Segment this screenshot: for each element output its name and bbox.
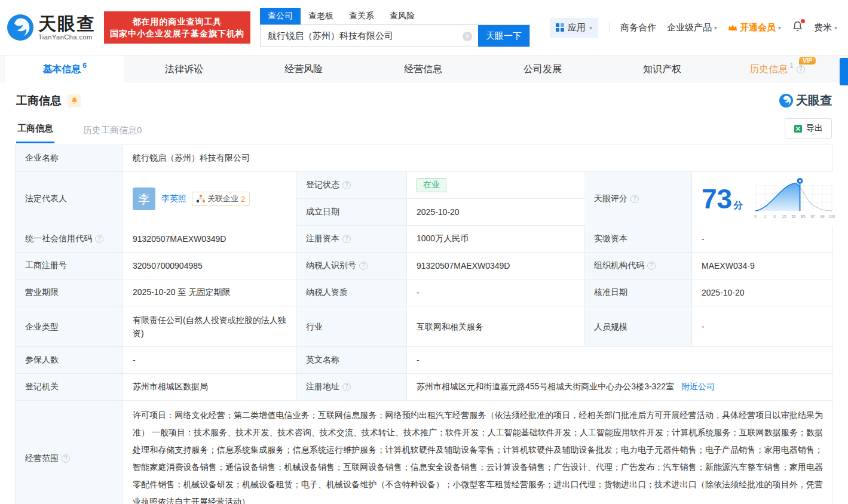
- section-title: 工商信息: [16, 93, 62, 109]
- slogan-line1: 都在用的商业查询工具: [110, 16, 244, 27]
- reg-address-label: 注册地址: [306, 382, 339, 392]
- tab-operating-info[interactable]: 经营信息: [363, 56, 483, 83]
- svg-text:50: 50: [792, 214, 797, 219]
- score-label-cell: 天眼评分 ?: [584, 172, 692, 226]
- export-button[interactable]: 导出: [785, 118, 832, 139]
- reg-address-value: 苏州市相城区元和街道嘉元路455号相城天街商业中心办公3楼3-322室: [417, 382, 674, 392]
- subtab-business-info[interactable]: 工商信息: [16, 118, 54, 143]
- reg-status-value-cell: 在业: [407, 172, 584, 198]
- help-icon[interactable]: ?: [62, 454, 70, 463]
- company-nav-tabs: 基本信息 6 法律诉讼 经营风险 经营信息 公司发展 知识产权 VIP 历史信息…: [0, 55, 848, 83]
- reg-capital-label-cell: 注册资本 ?: [296, 226, 407, 252]
- approval-date-value: 2025-10-20: [692, 279, 832, 306]
- caret-down-icon: ▾: [589, 24, 592, 31]
- insured-count-label: 参保人数: [16, 347, 123, 373]
- credit-code-label: 统一社会信用代码: [25, 233, 92, 244]
- help-icon[interactable]: ?: [797, 65, 805, 73]
- nav-business-coop[interactable]: 商务合作: [620, 22, 656, 33]
- table-row-credit-code: 统一社会信用代码 ? 91320507MAEXW0349D 注册资本 ? 100…: [16, 226, 832, 253]
- search-tab-risk[interactable]: 查风险: [382, 8, 423, 24]
- search-button[interactable]: 天眼一下: [478, 25, 529, 47]
- reg-number-label: 工商注册号: [16, 253, 123, 279]
- tab-basic-info[interactable]: 基本信息 6: [5, 56, 124, 83]
- search-tab-relation[interactable]: 查关系: [341, 8, 382, 24]
- subtab-history-business-info[interactable]: 历史工商信息0: [82, 120, 143, 143]
- top-nav: 应用 ▾ 商务合作 企业级产品 ▾ 开通会员 ▾: [550, 18, 837, 38]
- nearby-companies-link[interactable]: 附近公司: [681, 382, 715, 392]
- vip-badge: VIP: [799, 57, 816, 64]
- credit-code-value: 91320507MAEXW0349D: [123, 226, 296, 252]
- svg-text:15: 15: [782, 214, 787, 219]
- reg-address-cell: 苏州市相城区元和街道嘉元路455号相城天街商业中心办公3楼3-322室 附近公司: [407, 374, 832, 400]
- help-icon[interactable]: ?: [95, 235, 103, 243]
- search-tab-boss[interactable]: 查老板: [301, 8, 341, 24]
- tianyancha-logo[interactable]: 天眼查 TianYanCha.com: [7, 14, 96, 41]
- nav-user-menu[interactable]: 费米 ▾: [814, 22, 837, 33]
- registry-authority-value: 苏州市相城区数据局: [123, 374, 296, 400]
- caret-down-icon: ▾: [834, 24, 837, 31]
- tab-history-info[interactable]: VIP 历史信息 1 ?: [722, 56, 832, 83]
- approval-date-label: 核准日期: [584, 279, 692, 306]
- floating-side-button[interactable]: [840, 58, 848, 85]
- company-type-value: 有限责任公司(自然人投资或控股的法人独资): [123, 306, 296, 346]
- industry-label: 行业: [296, 306, 407, 346]
- tianyancha-logo-icon: [7, 14, 33, 41]
- business-info-table: 企业名称 航行锐启（苏州）科技有限公司 法定代表人 李 李英照: [15, 145, 833, 504]
- help-icon[interactable]: ?: [342, 235, 351, 243]
- tianyancha-watermark: 天眼查: [779, 93, 832, 109]
- reg-status-label: 登记状态: [306, 180, 339, 190]
- caret-down-icon: ▾: [714, 24, 717, 31]
- svg-text:3: 3: [773, 214, 776, 219]
- subrow-reg-status: 登记状态 ? 在业: [296, 172, 584, 199]
- notification-bell-icon[interactable]: [792, 21, 803, 34]
- score-distribution-chart: 0 1 3 15 50 85 97 99 100: [751, 176, 836, 222]
- table-row-registry: 登记机关 苏州市相城区数据局 注册地址 ? 苏州市相城区元和街道嘉元路455号相…: [16, 374, 832, 401]
- legal-rep-name-link[interactable]: 李英照: [161, 193, 186, 204]
- help-icon[interactable]: ?: [630, 195, 639, 203]
- table-row-legal-rep: 法定代表人 李 李英照 关联企业 2: [16, 172, 832, 226]
- reg-capital-label: 注册资本: [306, 233, 339, 244]
- insured-count-value: -: [123, 347, 296, 373]
- section-header: 工商信息 天眼查: [15, 83, 833, 115]
- business-scope-value: 许可项目：网络文化经营；第二类增值电信业务；互联网信息服务；网络预约出租汽车经营…: [123, 401, 832, 504]
- clear-icon[interactable]: ×: [463, 32, 472, 41]
- taxpayer-quality-value: -: [407, 279, 584, 306]
- search-tabs: 查公司 查老板 查关系 查风险: [260, 8, 530, 24]
- tab-label: 经营信息: [404, 63, 442, 76]
- legal-rep-avatar[interactable]: 李: [133, 188, 155, 210]
- related-companies-badge[interactable]: 关联企业 2: [192, 192, 250, 206]
- business-scope-label-cell: 经营范围 ?: [16, 401, 123, 504]
- help-icon[interactable]: ?: [342, 383, 351, 391]
- username-label: 费米: [814, 22, 832, 33]
- subscribe-bell-icon[interactable]: [68, 94, 81, 107]
- tab-company-development[interactable]: 公司发展: [483, 56, 602, 83]
- open-membership-label: 开通会员: [740, 22, 776, 33]
- svg-text:97: 97: [811, 214, 816, 219]
- tab-intellectual-property[interactable]: 知识产权: [602, 56, 722, 83]
- search-input[interactable]: [261, 25, 478, 47]
- taxpayer-id-label: 纳税人识别号: [306, 260, 356, 271]
- tab-operating-risk[interactable]: 经营风险: [244, 56, 363, 83]
- english-name-value: -: [407, 347, 832, 373]
- brand-slogan: 都在用的商业查询工具 国家中小企业发展子基金旗下机构: [104, 11, 250, 44]
- search-tab-company[interactable]: 查公司: [260, 8, 301, 24]
- status-badge: 在业: [417, 178, 446, 192]
- help-icon[interactable]: ?: [359, 262, 368, 270]
- tab-label: 知识产权: [643, 63, 681, 76]
- help-icon[interactable]: ?: [342, 181, 351, 189]
- tab-label: 法律诉讼: [165, 63, 203, 76]
- caret-down-icon: ▾: [778, 24, 781, 31]
- apps-menu[interactable]: 应用 ▾: [550, 18, 598, 38]
- established-value: 2025-10-20: [407, 199, 584, 225]
- help-icon[interactable]: ?: [647, 262, 656, 270]
- org-code-label-cell: 组织机构代码 ?: [584, 253, 692, 279]
- tab-legal-proceedings[interactable]: 法律诉讼: [124, 56, 244, 83]
- nav-enterprise-products[interactable]: 企业级产品 ▾: [667, 22, 717, 33]
- nav-open-membership[interactable]: 开通会员 ▾: [728, 22, 781, 33]
- org-code-value: MAEXW034-9: [692, 253, 832, 279]
- reg-capital-value: 1000万人民币: [407, 226, 584, 252]
- score-cell: 73分: [692, 172, 846, 226]
- logo-text: 天眼查 TianYanCha.com: [38, 15, 96, 41]
- business-term-value: 2025-10-20 至 无固定期限: [123, 279, 296, 306]
- score-value: 73分: [702, 185, 743, 213]
